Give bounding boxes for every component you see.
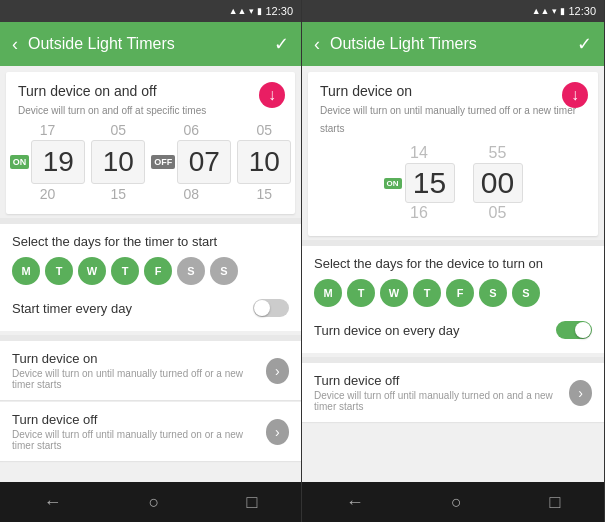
on-hour-below: 20 — [40, 186, 56, 202]
right-back-button[interactable]: ‹ — [314, 34, 320, 55]
right-back-nav[interactable]: ← — [346, 492, 364, 513]
right-day-S1[interactable]: S — [479, 279, 507, 307]
right-add-button[interactable]: ↓ — [562, 82, 588, 108]
day-T1[interactable]: T — [45, 257, 73, 285]
right-down-icon: ↓ — [571, 87, 579, 103]
right-hour-above: 14 — [399, 144, 439, 162]
right-days-title: Select the days for the device to turn o… — [314, 256, 592, 271]
right-timer-card: Turn device on Device will turn on until… — [308, 72, 598, 236]
right-min-col: 55 00 05 — [473, 144, 523, 222]
day-F[interactable]: F — [144, 257, 172, 285]
left-back-nav[interactable]: ← — [44, 492, 62, 513]
right-content: Turn device on Device will turn on until… — [302, 66, 604, 482]
left-nav-off-arrow[interactable]: › — [266, 419, 289, 445]
right-recents-nav[interactable]: □ — [549, 492, 560, 513]
left-nav-off-title: Turn device off — [12, 412, 266, 427]
down-icon: ↓ — [268, 87, 276, 103]
right-day-W[interactable]: W — [380, 279, 408, 307]
right-wifi-icon: ▾ — [552, 6, 557, 16]
left-home-nav[interactable]: ○ — [149, 492, 160, 513]
off-badge: OFF — [151, 155, 175, 169]
left-clock: 12:30 — [265, 5, 293, 17]
on-min-below: 15 — [110, 186, 126, 202]
on-hour-column: 17 ON 19 20 — [10, 122, 86, 202]
left-days-row: M T W T F S S — [12, 257, 289, 285]
right-day-T1[interactable]: T — [347, 279, 375, 307]
day-T2[interactable]: T — [111, 257, 139, 285]
left-days-section: Select the days for the timer to start M… — [0, 224, 301, 331]
right-hour-below: 16 — [399, 204, 439, 222]
right-battery-icon: ▮ — [560, 6, 565, 16]
on-hour-active[interactable]: 19 — [31, 140, 85, 184]
on-min-column: 05 10 15 — [91, 122, 145, 202]
right-nav-off-sub: Device will turn off until manually turn… — [314, 390, 569, 412]
right-card-subtitle: Device will turn on until manually turne… — [320, 105, 576, 134]
left-nav-off[interactable]: Turn device off Device will turn off unt… — [0, 402, 301, 461]
day-W[interactable]: W — [78, 257, 106, 285]
day-S1[interactable]: S — [177, 257, 205, 285]
right-day-T2[interactable]: T — [413, 279, 441, 307]
off-min-below: 15 — [256, 186, 272, 202]
right-phone-panel: ▲▲ ▾ ▮ 12:30 ‹ Outside Light Timers ✓ Tu… — [302, 0, 605, 522]
right-toggle-row: Turn device on every day — [314, 317, 592, 343]
left-back-button[interactable]: ‹ — [12, 34, 18, 55]
right-min-above: 55 — [478, 144, 518, 162]
right-check-button[interactable]: ✓ — [577, 33, 592, 55]
on-badge: ON — [10, 155, 30, 169]
left-app-title: Outside Light Timers — [28, 35, 264, 53]
right-signal-icon: ▲▲ — [532, 6, 550, 16]
left-toggle-label: Start timer every day — [12, 301, 132, 316]
on-min-above: 05 — [110, 122, 126, 138]
right-on-badge: ON — [384, 178, 402, 189]
left-timer-card: Turn device on and off Device will turn … — [6, 72, 295, 214]
left-status-bar: ▲▲ ▾ ▮ 12:30 — [0, 0, 301, 22]
right-day-F[interactable]: F — [446, 279, 474, 307]
left-toggle-row: Start timer every day — [12, 295, 289, 321]
left-nav-on[interactable]: Turn device on Device will turn on until… — [0, 341, 301, 400]
right-min-below: 05 — [478, 204, 518, 222]
right-bottom-nav: ← ○ □ — [302, 482, 604, 522]
right-status-icons: ▲▲ ▾ ▮ 12:30 — [532, 5, 596, 17]
left-check-button[interactable]: ✓ — [274, 33, 289, 55]
right-nav-off[interactable]: Turn device off Device will turn off unt… — [302, 363, 604, 422]
right-clock: 12:30 — [568, 5, 596, 17]
left-status-icons: ▲▲ ▾ ▮ 12:30 — [229, 5, 293, 17]
right-day-M[interactable]: M — [314, 279, 342, 307]
left-bottom-nav: ← ○ □ — [0, 482, 301, 522]
right-toggle[interactable] — [556, 321, 592, 339]
wifi-icon: ▾ — [249, 6, 254, 16]
left-phone-panel: ▲▲ ▾ ▮ 12:30 ‹ Outside Light Timers ✓ Tu… — [0, 0, 302, 522]
left-toggle[interactable] — [253, 299, 289, 317]
left-add-button[interactable]: ↓ — [259, 82, 285, 108]
day-M[interactable]: M — [12, 257, 40, 285]
off-hour-column: 06 OFF 07 08 — [151, 122, 231, 202]
signal-icon: ▲▲ — [229, 6, 247, 16]
left-app-bar: ‹ Outside Light Timers ✓ — [0, 22, 301, 66]
right-days-row: M T W T F S S — [314, 279, 592, 307]
right-app-bar: ‹ Outside Light Timers ✓ — [302, 22, 604, 66]
off-min-column: 05 10 15 — [237, 122, 291, 202]
right-day-S2[interactable]: S — [512, 279, 540, 307]
right-status-bar: ▲▲ ▾ ▮ 12:30 — [302, 0, 604, 22]
left-nav-on-sub: Device will turn on until manually turne… — [12, 368, 266, 390]
right-hour-col: 14 ON 15 16 — [384, 144, 455, 222]
left-nav-on-title: Turn device on — [12, 351, 266, 366]
right-hour-active[interactable]: 15 — [405, 163, 455, 203]
off-min-active[interactable]: 10 — [237, 140, 291, 184]
on-hour-above: 17 — [40, 122, 56, 138]
right-nav-off-arrow[interactable]: › — [569, 380, 592, 406]
right-app-title: Outside Light Timers — [330, 35, 567, 53]
on-min-active[interactable]: 10 — [91, 140, 145, 184]
right-home-nav[interactable]: ○ — [451, 492, 462, 513]
off-hour-active[interactable]: 07 — [177, 140, 231, 184]
right-min-active[interactable]: 00 — [473, 163, 523, 203]
right-toggle-label: Turn device on every day — [314, 323, 459, 338]
left-recents-nav[interactable]: □ — [247, 492, 258, 513]
left-card-subtitle: Device will turn on and off at specific … — [18, 105, 206, 116]
right-days-section: Select the days for the device to turn o… — [302, 246, 604, 353]
off-hour-below: 08 — [183, 186, 199, 202]
left-nav-on-arrow[interactable]: › — [266, 358, 289, 384]
battery-icon: ▮ — [257, 6, 262, 16]
left-card-title: Turn device on and off — [18, 83, 157, 99]
day-S2[interactable]: S — [210, 257, 238, 285]
